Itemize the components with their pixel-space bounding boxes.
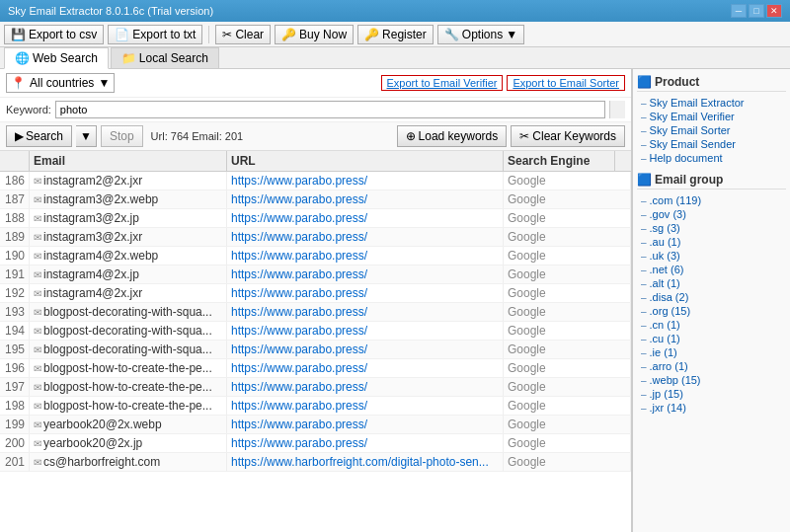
table-row[interactable]: 188 ✉instagram3@2x.jp https://www.parabo… bbox=[0, 209, 631, 228]
cell-url: https://www.parabo.press/ bbox=[227, 359, 504, 377]
export-txt-icon: 📄 bbox=[115, 28, 129, 41]
register-button[interactable]: 🔑 Register bbox=[357, 25, 434, 44]
keyword-scroll[interactable] bbox=[609, 101, 625, 118]
email-group-item[interactable]: –.org (15) bbox=[637, 304, 786, 318]
cell-num: 186 bbox=[0, 172, 30, 190]
options-button[interactable]: 🔧 Options ▼ bbox=[437, 25, 524, 44]
close-button[interactable]: ✕ bbox=[766, 4, 782, 18]
cell-url: https://www.parabo.press/ bbox=[227, 284, 504, 302]
main-area: 📍 All countries ▼ Export to Email Verifi… bbox=[0, 69, 790, 532]
email-group-item[interactable]: –.alt (1) bbox=[637, 276, 786, 290]
header-corner bbox=[615, 151, 631, 171]
product-item[interactable]: –Sky Email Sender bbox=[637, 137, 786, 151]
product-section-title: 🟦 Product bbox=[637, 73, 786, 92]
product-item[interactable]: –Help document bbox=[637, 151, 786, 165]
table-row[interactable]: 186 ✉instagram2@2x.jxr https://www.parab… bbox=[0, 172, 631, 190]
export-txt-button[interactable]: 📄 Export to txt bbox=[108, 25, 202, 44]
cell-engine: Google bbox=[504, 453, 631, 471]
table-body[interactable]: 186 ✉instagram2@2x.jxr https://www.parab… bbox=[0, 172, 631, 532]
cell-num: 191 bbox=[0, 266, 30, 283]
search-dropdown-button[interactable]: ▼ bbox=[76, 125, 97, 147]
email-group-item[interactable]: –.au (1) bbox=[637, 235, 786, 249]
cell-email: ✉yearbook20@2x.webp bbox=[30, 416, 227, 433]
cell-num: 195 bbox=[0, 341, 30, 358]
table-row[interactable]: 200 ✉yearbook20@2x.jp https://www.parabo… bbox=[0, 434, 631, 453]
table-row[interactable]: 191 ✉instagram4@2x.jp https://www.parabo… bbox=[0, 266, 631, 284]
cell-engine: Google bbox=[504, 341, 631, 358]
cell-engine: Google bbox=[504, 303, 631, 321]
cell-engine: Google bbox=[504, 190, 631, 208]
cell-num: 192 bbox=[0, 284, 30, 302]
email-group-item[interactable]: –.sg (3) bbox=[637, 221, 786, 235]
bullet-icon: – bbox=[641, 237, 647, 248]
bullet-icon: – bbox=[641, 139, 647, 150]
cell-url: https://www.parabo.press/ bbox=[227, 434, 504, 452]
cell-engine: Google bbox=[504, 397, 631, 415]
title-bar: Sky Email Extractor 8.0.1.6c (Trial vers… bbox=[0, 0, 790, 22]
tab-local-search[interactable]: 📁 Local Search bbox=[111, 47, 219, 68]
col-email: Email bbox=[30, 151, 227, 171]
table-row[interactable]: 192 ✉instagram4@2x.jxr https://www.parab… bbox=[0, 284, 631, 303]
product-item[interactable]: –Sky Email Verifier bbox=[637, 110, 786, 123]
load-icon: ⊕ bbox=[406, 129, 416, 143]
clear-kw-icon: ✂ bbox=[519, 129, 529, 143]
stop-button[interactable]: Stop bbox=[101, 125, 143, 147]
email-group-items: –.com (119)–.gov (3)–.sg (3)–.au (1)–.uk… bbox=[637, 193, 786, 415]
search-button[interactable]: ▶ Search bbox=[6, 125, 72, 147]
table-row[interactable]: 196 ✉blogpost-how-to-create-the-pe... ht… bbox=[0, 359, 631, 378]
col-engine: Search Engine bbox=[504, 151, 615, 171]
cell-num: 196 bbox=[0, 359, 30, 377]
email-group-item[interactable]: –.cn (1) bbox=[637, 318, 786, 332]
table-row[interactable]: 197 ✉blogpost-how-to-create-the-pe... ht… bbox=[0, 378, 631, 397]
cell-engine: Google bbox=[504, 322, 631, 340]
table-row[interactable]: 190 ✉instagram4@2x.webp https://www.para… bbox=[0, 247, 631, 266]
email-group-item[interactable]: –.webp (15) bbox=[637, 373, 786, 387]
email-group-item[interactable]: –.uk (3) bbox=[637, 249, 786, 263]
clear-button[interactable]: ✂ Clear bbox=[215, 25, 271, 44]
table-row[interactable]: 194 ✉blogpost-decorating-with-squa... ht… bbox=[0, 322, 631, 341]
email-group-item[interactable]: –.cu (1) bbox=[637, 332, 786, 345]
buy-now-button[interactable]: 🔑 Buy Now bbox=[275, 25, 354, 44]
export-csv-button[interactable]: 💾 Export to csv bbox=[4, 25, 104, 44]
minimize-button[interactable]: ─ bbox=[731, 4, 747, 18]
globe-icon: 🌐 bbox=[15, 51, 30, 65]
email-group-item[interactable]: –.disa (2) bbox=[637, 290, 786, 304]
email-group-item[interactable]: –.ie (1) bbox=[637, 345, 786, 359]
table-row[interactable]: 195 ✉blogpost-decorating-with-squa... ht… bbox=[0, 341, 631, 359]
export-verifier-link[interactable]: Export to Email Verifier bbox=[381, 75, 504, 91]
keyword-input[interactable] bbox=[55, 101, 605, 118]
url-email-count: Url: 764 Email: 201 bbox=[151, 130, 244, 142]
table-row[interactable]: 201 ✉cs@harborfreight.com https://www.ha… bbox=[0, 453, 631, 472]
table-row[interactable]: 193 ✉blogpost-decorating-with-squa... ht… bbox=[0, 303, 631, 322]
cell-engine: Google bbox=[504, 228, 631, 246]
bullet-icon: – bbox=[641, 98, 647, 109]
bullet-icon: – bbox=[641, 334, 647, 344]
cell-url: https://www.parabo.press/ bbox=[227, 266, 504, 283]
load-keywords-button[interactable]: ⊕ Load keywords bbox=[397, 125, 508, 147]
table-row[interactable]: 199 ✉yearbook20@2x.webp https://www.para… bbox=[0, 416, 631, 434]
product-item[interactable]: –Sky Email Extractor bbox=[637, 96, 786, 110]
email-group-item[interactable]: –.jp (15) bbox=[637, 387, 786, 401]
table-row[interactable]: 198 ✉blogpost-how-to-create-the-pe... ht… bbox=[0, 397, 631, 416]
table-row[interactable]: 187 ✉instagram3@2x.webp https://www.para… bbox=[0, 190, 631, 209]
table-row[interactable]: 189 ✉instagram3@2x.jxr https://www.parab… bbox=[0, 228, 631, 247]
product-item[interactable]: –Sky Email Sorter bbox=[637, 123, 786, 137]
cell-url: https://www.parabo.press/ bbox=[227, 228, 504, 246]
cell-url: https://www.parabo.press/ bbox=[227, 322, 504, 340]
location-dropdown[interactable]: 📍 All countries ▼ bbox=[6, 73, 115, 93]
maximize-button[interactable]: □ bbox=[749, 4, 764, 18]
product-icon: 🟦 bbox=[637, 75, 652, 89]
tab-web-search[interactable]: 🌐 Web Search bbox=[4, 47, 109, 69]
cell-url: https://www.parabo.press/ bbox=[227, 247, 504, 265]
email-group-item[interactable]: –.net (6) bbox=[637, 263, 786, 276]
email-group-item[interactable]: –.jxr (14) bbox=[637, 401, 786, 415]
email-group-item[interactable]: –.com (119) bbox=[637, 193, 786, 207]
email-group-item[interactable]: –.gov (3) bbox=[637, 207, 786, 221]
email-group-item[interactable]: –.arro (1) bbox=[637, 359, 786, 373]
cell-email: ✉blogpost-how-to-create-the-pe... bbox=[30, 397, 227, 415]
cell-num: 199 bbox=[0, 416, 30, 433]
bullet-icon: – bbox=[641, 125, 647, 136]
clear-keywords-button[interactable]: ✂ Clear Keywords bbox=[511, 125, 625, 147]
col-url: URL bbox=[227, 151, 504, 171]
export-sorter-link[interactable]: Export to Email Sorter bbox=[507, 75, 625, 91]
